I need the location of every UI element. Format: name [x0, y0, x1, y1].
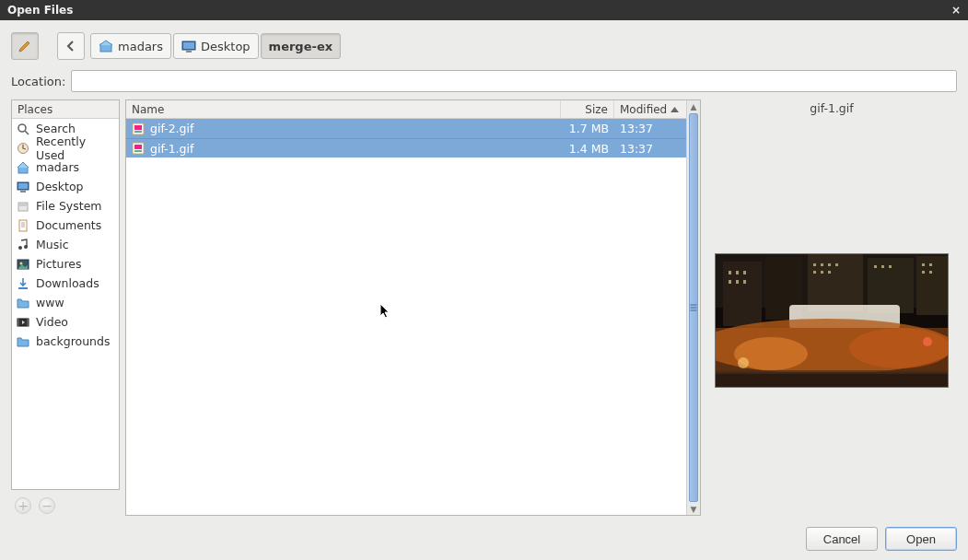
places-item-desktop[interactable]: Desktop: [12, 177, 119, 196]
svg-rect-54: [922, 263, 925, 266]
svg-line-5: [25, 131, 29, 134]
svg-rect-12: [19, 204, 27, 206]
svg-rect-3: [186, 51, 192, 52]
sort-asc-icon: [671, 107, 679, 112]
svg-rect-50: [828, 271, 831, 274]
cancel-button[interactable]: Cancel: [806, 527, 878, 551]
folder-icon: [16, 296, 30, 310]
svg-point-18: [24, 245, 28, 249]
svg-point-62: [849, 328, 949, 368]
places-item-label: madars: [36, 160, 79, 174]
column-header-size[interactable]: Size: [561, 100, 614, 118]
places-item-documents[interactable]: Documents: [12, 216, 119, 235]
scrollbar-thumb[interactable]: [689, 113, 698, 502]
svg-rect-0: [100, 44, 111, 52]
file-name: gif-2.gif: [150, 122, 193, 135]
places-item-downloads[interactable]: Downloads: [12, 274, 119, 293]
file-size: 1.4 MB: [561, 142, 614, 156]
image-file-icon: [132, 142, 145, 155]
column-header-modified-label: Modified: [620, 103, 667, 116]
svg-rect-21: [18, 287, 28, 289]
breadcrumb-merge-ex[interactable]: merge-ex: [261, 33, 342, 59]
file-row[interactable]: gif-1.gif1.4 MB13:37: [126, 138, 686, 158]
places-item-label: www: [36, 296, 64, 309]
places-item-label: Downloads: [36, 276, 99, 290]
places-item-video[interactable]: Video: [12, 312, 119, 332]
places-item-label: Pictures: [36, 257, 82, 271]
scroll-down-icon[interactable]: ▼: [687, 503, 700, 515]
svg-rect-64: [716, 370, 949, 374]
music-icon: [16, 238, 30, 252]
breadcrumb-label: merge-ex: [269, 40, 333, 53]
column-header-modified[interactable]: Modified: [614, 100, 686, 118]
svg-rect-53: [889, 265, 892, 268]
svg-rect-49: [821, 271, 823, 274]
places-item-music[interactable]: Music: [12, 235, 119, 254]
breadcrumb-desktop[interactable]: Desktop: [173, 33, 259, 59]
dialog-buttons: Cancel Open: [11, 523, 957, 551]
file-size: 1.7 MB: [561, 122, 614, 135]
svg-rect-23: [17, 319, 19, 326]
svg-rect-44: [813, 263, 816, 266]
breadcrumb: madars Desktop merge-ex: [90, 33, 341, 59]
svg-point-20: [20, 262, 23, 264]
file-list-panel: Name Size Modified gif-2.gif1.7 MB13:37g…: [125, 99, 701, 516]
places-item-label: backgrounds: [36, 334, 110, 348]
svg-point-4: [18, 124, 26, 132]
places-item-recently-used[interactable]: Recently Used: [12, 138, 119, 158]
scrollbar-vertical[interactable]: ▲ ▼: [686, 100, 700, 515]
svg-rect-56: [922, 271, 925, 274]
svg-rect-7: [18, 167, 28, 173]
column-header-name[interactable]: Name: [126, 100, 561, 118]
svg-rect-47: [835, 263, 838, 266]
chevron-left-icon: [66, 41, 76, 52]
places-item-backgrounds[interactable]: backgrounds: [12, 332, 119, 351]
edit-path-button[interactable]: [11, 32, 39, 60]
file-name: gif-1.gif: [150, 142, 193, 156]
places-item-pictures[interactable]: Pictures: [12, 254, 119, 274]
preview-image: [715, 253, 949, 388]
svg-rect-29: [134, 145, 142, 149]
scroll-up-icon[interactable]: ▲: [687, 100, 700, 112]
remove-bookmark-button[interactable]: −: [39, 497, 55, 514]
add-bookmark-button[interactable]: +: [15, 497, 31, 514]
file-modified: 13:37: [614, 122, 686, 135]
places-item-www[interactable]: www: [12, 293, 119, 312]
breadcrumb-madars[interactable]: madars: [90, 33, 171, 59]
breadcrumb-label: Desktop: [201, 40, 251, 53]
pencil-icon: [17, 39, 32, 53]
file-row[interactable]: gif-2.gif1.7 MB13:37: [126, 119, 686, 138]
svg-rect-41: [729, 280, 731, 284]
svg-rect-51: [874, 265, 877, 268]
places-item-label: Desktop: [36, 180, 84, 193]
svg-rect-9: [18, 183, 28, 189]
image-file-icon: [132, 122, 145, 135]
open-button[interactable]: Open: [885, 527, 957, 551]
svg-rect-2: [183, 42, 194, 49]
places-item-label: Music: [36, 238, 69, 251]
svg-rect-26: [134, 125, 142, 130]
home-icon: [16, 160, 30, 175]
svg-rect-55: [929, 263, 932, 266]
svg-rect-42: [736, 280, 739, 284]
svg-rect-45: [821, 263, 823, 266]
preview-panel: gif-1.gif: [706, 99, 957, 516]
places-item-label: Video: [36, 315, 68, 329]
places-item-label: Documents: [36, 218, 101, 232]
search-icon: [16, 122, 30, 136]
svg-rect-35: [808, 254, 863, 311]
back-button[interactable]: [57, 32, 85, 60]
places-item-label: File System: [36, 199, 102, 213]
places-item-file-system[interactable]: File System: [12, 196, 119, 216]
places-header[interactable]: Places: [12, 100, 119, 119]
svg-rect-27: [134, 131, 142, 133]
close-icon[interactable]: ×: [951, 4, 961, 17]
location-input[interactable]: [71, 70, 957, 92]
desktop-icon: [16, 180, 30, 194]
titlebar[interactable]: Open Files ×: [0, 0, 968, 20]
home-icon: [99, 40, 113, 52]
svg-rect-40: [743, 271, 746, 274]
svg-rect-48: [813, 271, 816, 274]
location-label: Location:: [11, 75, 65, 88]
svg-point-65: [738, 357, 749, 368]
